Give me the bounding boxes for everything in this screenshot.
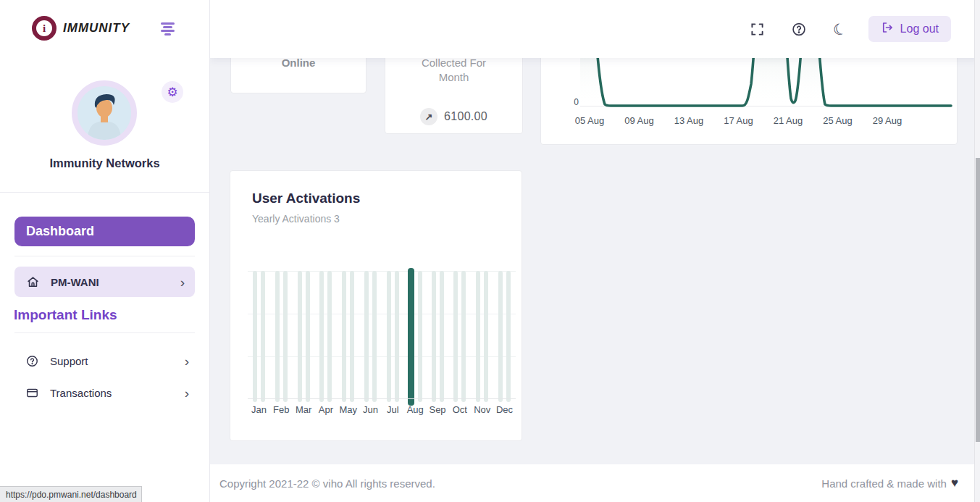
bar-chart-labels: JanFebMarAprMayJunJulAugSepOctNovDec — [248, 404, 516, 415]
brand-logo-icon: i — [32, 16, 56, 41]
main-content: Online Collected For Month ↗ 6100.00 0 — [210, 58, 980, 502]
credits-text: Hand crafted & made with ♥ — [821, 476, 958, 490]
collected-for-month-card: Collected For Month ↗ 6100.00 — [385, 58, 523, 134]
credit-card-icon — [25, 386, 38, 399]
sidebar-item-label: Support — [50, 355, 185, 367]
sidebar-item-pmwani[interactable]: PM-WANI › — [14, 267, 195, 297]
hamburger-icon[interactable] — [159, 22, 175, 36]
brand-name: IMMUNITY — [63, 21, 130, 35]
track-bar — [440, 271, 444, 402]
link-preview-url: https://pdo.pmwani.net/dashboard — [6, 490, 137, 500]
track-bar — [350, 271, 354, 402]
chevron-right-icon: › — [185, 386, 189, 400]
user-activations-card: User Activations Yearly Activations 3 Ja… — [230, 170, 522, 441]
bar-group-jan[interactable] — [248, 271, 270, 398]
bar-group-aug[interactable] — [404, 271, 427, 398]
track-bar — [387, 271, 391, 402]
track-bar — [506, 271, 511, 402]
month-label: Jul — [382, 404, 404, 415]
online-stat-card: Online — [230, 58, 367, 93]
avatar[interactable] — [72, 80, 137, 146]
bar-group-feb[interactable] — [270, 271, 293, 398]
x-axis-line — [248, 398, 516, 399]
brand-row: i IMMUNITY — [0, 0, 209, 58]
track-bar — [395, 271, 399, 402]
month-label: Oct — [448, 404, 471, 415]
help-icon[interactable] — [792, 22, 806, 36]
divider — [14, 332, 195, 333]
x-tick-label: 29 Aug — [873, 115, 902, 126]
profile-block: ⚙ Immunity Networks — [0, 58, 209, 192]
line-chart-area — [580, 58, 951, 107]
bar-group-jun[interactable] — [359, 271, 382, 398]
divider — [0, 192, 209, 193]
track-bar — [453, 271, 458, 402]
bar-group-mar[interactable] — [293, 271, 315, 398]
arrow-up-right-icon: ↗ — [420, 108, 437, 125]
bar-group-dec[interactable] — [493, 271, 516, 398]
fullscreen-icon[interactable] — [750, 22, 765, 36]
track-bar — [498, 271, 503, 402]
track-bar — [327, 271, 332, 402]
track-bar — [364, 271, 369, 402]
x-tick-label: 17 Aug — [724, 115, 753, 126]
bar-group-nov[interactable] — [471, 271, 493, 398]
track-bar — [418, 271, 422, 402]
heart-icon: ♥ — [951, 476, 958, 490]
month-label: Aug — [404, 404, 427, 415]
scrollbar-track[interactable] — [974, 0, 980, 502]
line-chart-y-tick-0: 0 — [561, 97, 579, 107]
x-tick-label: 25 Aug — [823, 115, 853, 126]
brand-logo[interactable]: i IMMUNITY — [32, 16, 130, 41]
bar-chart-bars[interactable] — [248, 271, 516, 398]
x-tick-label: 09 Aug — [624, 115, 654, 126]
month-label: Dec — [493, 404, 516, 415]
bar-group-jul[interactable] — [382, 271, 404, 398]
sidebar-item-dashboard[interactable]: Dashboard — [14, 217, 195, 246]
track-bar — [461, 271, 466, 402]
line-chart-x-ticks: 05 Aug09 Aug13 Aug17 Aug21 Aug25 Aug29 A… — [541, 115, 958, 128]
chart-subtitle: Yearly Activations 3 — [252, 213, 340, 225]
line-chart[interactable] — [541, 58, 958, 145]
sidebar-item-support[interactable]: Support › — [14, 350, 195, 372]
divider — [14, 256, 195, 256]
collected-value-row: ↗ 6100.00 — [385, 108, 522, 125]
avatar-illustration — [78, 86, 131, 140]
month-label: Apr — [314, 404, 337, 415]
logout-button[interactable]: Log out — [868, 16, 951, 42]
section-heading: Important Links — [14, 307, 117, 323]
month-label: May — [337, 404, 359, 415]
scrollbar-thumb[interactable] — [976, 158, 980, 442]
collections-line-chart-card: 0 05 Aug09 Aug13 Aug17 Aug21 Aug25 Aug29… — [540, 58, 958, 145]
bar-group-oct[interactable] — [448, 271, 471, 398]
track-bar — [476, 271, 480, 402]
footer: Copyright 2021-22 © viho All rights rese… — [210, 464, 980, 502]
chevron-right-icon: › — [180, 275, 185, 289]
month-label: Jan — [248, 404, 270, 415]
bar-group-apr[interactable] — [314, 271, 337, 398]
help-circle-icon — [25, 354, 38, 367]
track-bar — [283, 271, 288, 402]
online-label: Online — [282, 58, 316, 69]
track-bar — [253, 271, 257, 402]
track-bar — [432, 271, 436, 402]
sidebar-item-transactions[interactable]: Transactions › — [14, 382, 195, 403]
chart-title: User Activations — [252, 191, 360, 206]
moon-icon[interactable]: ☾ — [833, 22, 847, 36]
track-bar — [372, 271, 377, 402]
link-preview-statusbar: https://pdo.pmwani.net/dashboard — [0, 486, 142, 502]
logout-icon — [881, 21, 894, 37]
collected-label: Collected For Month — [385, 58, 522, 85]
month-label: Nov — [471, 404, 493, 415]
track-bar — [484, 271, 488, 402]
x-tick-label: 05 Aug — [575, 115, 605, 126]
bar-group-sep[interactable] — [427, 271, 449, 398]
sidebar: i IMMUNITY ⚙ Immunity Networks Dashboard — [0, 0, 210, 502]
track-bar — [342, 271, 346, 402]
track-bar — [306, 271, 310, 402]
settings-button[interactable]: ⚙ — [162, 81, 183, 103]
x-tick-label: 13 Aug — [674, 115, 704, 126]
bar-group-may[interactable] — [337, 271, 359, 398]
top-navbar: ☾ Log out — [210, 0, 980, 58]
month-label: Mar — [293, 404, 315, 415]
